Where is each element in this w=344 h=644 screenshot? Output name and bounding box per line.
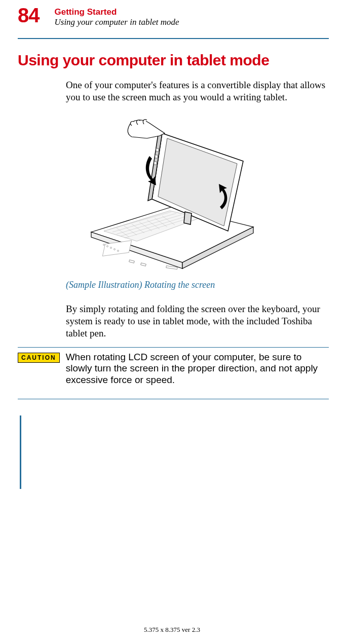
section-reference: Using your computer in tablet mode (55, 17, 179, 27)
caution-text: When rotating LCD screen of your compute… (66, 352, 329, 386)
intro-paragraph: One of your computer's features is a con… (18, 79, 329, 103)
page-header: 84 Getting Started Using your computer i… (18, 0, 329, 33)
section-heading: Using your computer in tablet mode (18, 52, 329, 69)
svg-point-14 (107, 246, 108, 247)
svg-point-15 (110, 247, 112, 249)
svg-rect-22 (155, 155, 158, 158)
header-rule (18, 38, 329, 39)
caution-block: CAUTION When rotating LCD screen of your… (18, 352, 329, 391)
caution-sidebar-rule (20, 415, 21, 489)
header-text: Getting Started Using your computer in t… (55, 5, 179, 28)
svg-point-17 (118, 250, 119, 252)
chapter-title: Getting Started (55, 7, 179, 17)
laptop-tablet-illustration (81, 110, 263, 273)
svg-point-16 (114, 249, 116, 250)
svg-rect-23 (154, 162, 157, 165)
caution-label: CAUTION (18, 353, 60, 363)
page-content: 84 Getting Started Using your computer i… (0, 0, 344, 399)
svg-point-13 (103, 244, 105, 246)
illustration-rotating-screen (18, 110, 329, 275)
caution-bottom-rule (18, 399, 329, 399)
svg-rect-18 (129, 260, 135, 263)
svg-rect-19 (141, 263, 146, 266)
caution-top-rule (18, 347, 329, 348)
svg-rect-21 (156, 148, 159, 151)
body-paragraph: By simply rotating and folding the scree… (18, 303, 329, 339)
page-number: 84 (18, 5, 40, 25)
footer-text: 5.375 x 8.375 ver 2.3 (0, 626, 344, 634)
illustration-caption: (Sample Illustration) Rotating the scree… (18, 280, 329, 290)
